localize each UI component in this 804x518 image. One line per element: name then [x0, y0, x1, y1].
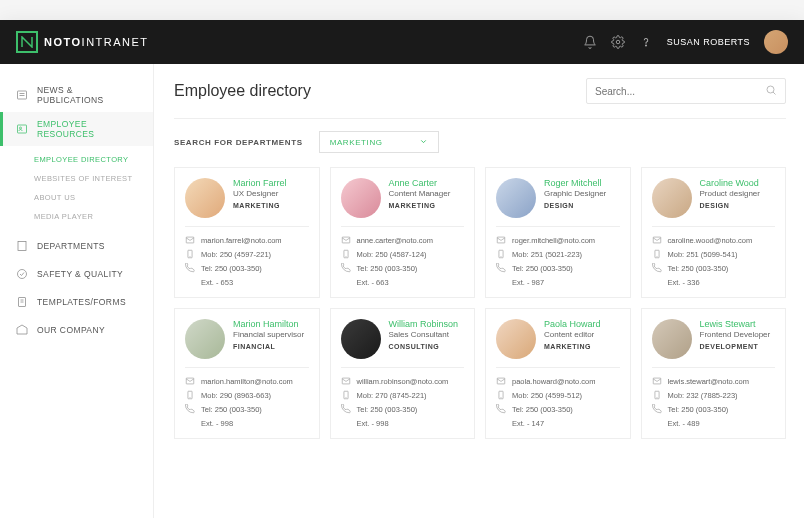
tel-value: Tel: 250 (003-350) [512, 264, 573, 273]
employee-dept: FINANCIAL [233, 343, 304, 350]
employee-name: William Robinson [389, 319, 459, 329]
resources-icon [15, 122, 29, 136]
employee-card[interactable]: Paola Howard Content editor MARKETING pa… [485, 308, 631, 439]
nav-label: SAFETY & QUALITY [37, 269, 123, 279]
ext-value: Ext. - 998 [357, 419, 389, 428]
nav-employee-resources[interactable]: EMPLOYEE RESOURCES [0, 112, 153, 146]
ext-value: Ext. - 663 [357, 278, 389, 287]
divider [185, 367, 309, 368]
ext-row: Ext. - 653 [185, 275, 309, 289]
tel-value: Tel: 250 (003-350) [201, 405, 262, 414]
main-content: Employee directory SEARCH FOR DEPARTMENT… [154, 64, 804, 518]
phone-icon [185, 263, 195, 273]
bell-icon[interactable] [583, 35, 597, 49]
tel-row: Tel: 250 (003-350) [341, 402, 465, 416]
email-row: marion.farrel@noto.com [185, 233, 309, 247]
select-value: MARKETING [330, 138, 383, 147]
subnav-employee-directory[interactable]: EMPLOYEE DIRECTORY [0, 150, 153, 169]
employee-name: Lewis Stewart [700, 319, 771, 329]
employee-card[interactable]: Caroline Wood Product designer DESIGN ca… [641, 167, 787, 298]
employee-card[interactable]: Roger Mitchell Graphic Designer DESIGN r… [485, 167, 631, 298]
mobile-row: Mob: 250 (4597-221) [185, 247, 309, 261]
tel-row: Tel: 250 (003-350) [496, 402, 620, 416]
employee-avatar [496, 319, 536, 359]
employee-card[interactable]: Anne Carter Content Manager MARKETING an… [330, 167, 476, 298]
employee-avatar [496, 178, 536, 218]
tel-value: Tel: 250 (003-350) [357, 405, 418, 414]
help-icon[interactable] [639, 35, 653, 49]
svg-rect-19 [342, 237, 350, 243]
employee-avatar [341, 319, 381, 359]
ext-row: Ext. - 998 [341, 416, 465, 430]
mobile-icon [496, 249, 506, 259]
subnav-media[interactable]: MEDIA PLAYER [0, 207, 153, 226]
phone-icon [652, 263, 662, 273]
divider [341, 226, 465, 227]
department-select[interactable]: MARKETING [319, 131, 439, 153]
employee-card[interactable]: William Robinson Sales Consultant CONSUL… [330, 308, 476, 439]
brand-text: NOTOINTRANET [44, 36, 149, 48]
nav-news[interactable]: NEWS & PUBLICATIONS [0, 78, 153, 112]
employee-dept: MARKETING [233, 202, 287, 209]
employee-role: Product designer [700, 189, 760, 198]
brand-logo[interactable]: NOTOINTRANET [16, 31, 149, 53]
ext-row: Ext. - 489 [652, 416, 776, 430]
user-avatar[interactable] [764, 30, 788, 54]
email-row: lewis.stewart@noto.com [652, 374, 776, 388]
ext-row: Ext. - 663 [341, 275, 465, 289]
ext-value: Ext. - 147 [512, 419, 544, 428]
email-value: caroline.wood@noto.com [668, 236, 753, 245]
user-name[interactable]: SUSAN ROBERTS [667, 37, 750, 47]
search-icon [765, 82, 777, 100]
phone-icon [652, 404, 662, 414]
mobile-value: Mob: 250 (4599-512) [512, 391, 582, 400]
employee-dept: DEVELOPMENT [700, 343, 771, 350]
tel-value: Tel: 250 (003-350) [668, 405, 729, 414]
employee-grid: Marion Farrel UX Designer MARKETING mari… [174, 167, 786, 439]
tel-value: Tel: 250 (003-350) [668, 264, 729, 273]
employee-card[interactable]: Marion Farrel UX Designer MARKETING mari… [174, 167, 320, 298]
nav-safety[interactable]: SAFETY & QUALITY [0, 260, 153, 288]
filter-label: SEARCH FOR DEPARTMENTS [174, 138, 303, 147]
svg-point-0 [616, 40, 620, 44]
email-row: william.robinson@noto.com [341, 374, 465, 388]
gear-icon[interactable] [611, 35, 625, 49]
svg-point-14 [767, 86, 774, 93]
employee-avatar [185, 319, 225, 359]
subnav: EMPLOYEE DIRECTORY WEBSITES OF INTEREST … [0, 146, 153, 232]
employee-dept: DESIGN [544, 202, 606, 209]
employee-dept: MARKETING [389, 202, 451, 209]
search-box[interactable] [586, 78, 786, 104]
employee-avatar [652, 178, 692, 218]
sidebar: NEWS & PUBLICATIONS EMPLOYEE RESOURCES E… [0, 64, 154, 518]
svg-point-6 [20, 127, 22, 129]
nav-departments[interactable]: DEPARTMENTS [0, 232, 153, 260]
divider [652, 226, 776, 227]
divider [341, 367, 465, 368]
mobile-value: Mob: 232 (7885-223) [668, 391, 738, 400]
email-value: paola.howard@noto.com [512, 377, 596, 386]
email-row: paola.howard@noto.com [496, 374, 620, 388]
divider [174, 118, 786, 119]
ext-value: Ext. - 336 [668, 278, 700, 287]
employee-card[interactable]: Lewis Stewart Frontend Developer DEVELOP… [641, 308, 787, 439]
employee-role: Frontend Developer [700, 330, 771, 339]
ext-value: Ext. - 489 [668, 419, 700, 428]
mobile-row: Mob: 270 (8745-221) [341, 388, 465, 402]
email-icon [185, 235, 195, 245]
tel-row: Tel: 250 (003-350) [652, 261, 776, 275]
mobile-value: Mob: 250 (4587-124) [357, 250, 427, 259]
ext-row: Ext. - 147 [496, 416, 620, 430]
email-row: anne.carter@noto.com [341, 233, 465, 247]
nav-templates[interactable]: TEMPLATES/FORMS [0, 288, 153, 316]
employee-card[interactable]: Marion Hamilton Financial supervisor FIN… [174, 308, 320, 439]
svg-rect-2 [18, 91, 27, 99]
subnav-websites[interactable]: WEBSITES OF INTEREST [0, 169, 153, 188]
employee-role: Content editor [544, 330, 601, 339]
nav-company[interactable]: OUR COMPANY [0, 316, 153, 344]
mobile-row: Mob: 251 (5021-223) [496, 247, 620, 261]
templates-icon [15, 295, 29, 309]
tel-row: Tel: 250 (003-350) [652, 402, 776, 416]
search-input[interactable] [595, 86, 765, 97]
subnav-about[interactable]: ABOUT US [0, 188, 153, 207]
